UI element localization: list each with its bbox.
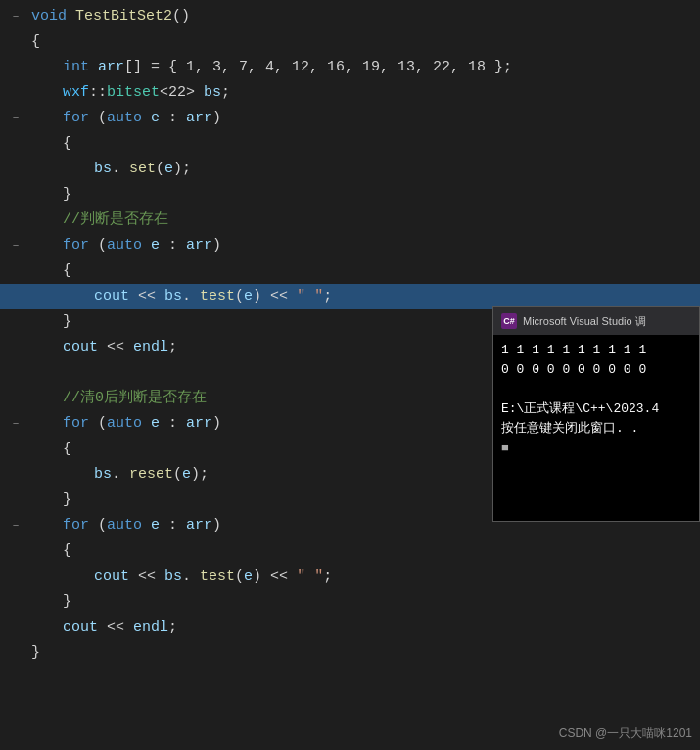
- code-line: {: [0, 539, 700, 564]
- code-line: −void TestBitSet2(): [0, 4, 700, 29]
- line-gutter: −: [0, 113, 31, 124]
- line-content: bs. set(e);: [31, 157, 700, 182]
- line-content: {: [31, 131, 700, 157]
- line-gutter: −: [0, 240, 31, 252]
- editor-container: −void TestBitSet2(){int arr[] = { 1, 3, …: [0, 0, 700, 750]
- code-line: }: [0, 182, 700, 208]
- terminal-output-line: [501, 380, 691, 399]
- code-line: {: [0, 131, 700, 157]
- code-line: {: [0, 29, 700, 55]
- line-content: {: [31, 539, 700, 564]
- code-line: cout << endl;: [0, 615, 700, 640]
- line-gutter: −: [0, 11, 31, 23]
- line-content: int arr[] = { 1, 3, 7, 4, 12, 16, 19, 13…: [31, 55, 700, 80]
- line-gutter: −: [0, 520, 31, 532]
- vs-icon: C#: [501, 313, 517, 329]
- line-content: for (auto e : arr): [31, 233, 700, 258]
- code-line: bs. set(e);: [0, 157, 700, 182]
- code-line: int arr[] = { 1, 3, 7, 4, 12, 16, 19, 13…: [0, 55, 700, 80]
- line-content: }: [31, 640, 700, 666]
- code-line: }: [0, 640, 700, 666]
- line-content: {: [31, 258, 700, 284]
- watermark: CSDN @一只大喵咪1201: [559, 726, 692, 742]
- line-content: cout << bs. test(e) << " ";: [31, 564, 700, 589]
- terminal-output-line: E:\正式课程\C++\2023.4: [501, 399, 691, 419]
- terminal-content: 1 1 1 1 1 1 1 1 1 10 0 0 0 0 0 0 0 0 0 E…: [493, 335, 699, 464]
- terminal-output-line: 按任意键关闭此窗口. .: [501, 419, 691, 439]
- code-line: }: [0, 589, 700, 615]
- terminal-output-line: 1 1 1 1 1 1 1 1 1 1: [501, 341, 691, 360]
- line-content: void TestBitSet2(): [31, 4, 700, 29]
- terminal-cursor: ■: [501, 439, 691, 458]
- code-line: −for (auto e : arr): [0, 106, 700, 131]
- code-line: wxf::bitset<22> bs;: [0, 80, 700, 106]
- line-content: }: [31, 589, 700, 615]
- line-content: }: [31, 182, 700, 208]
- line-content: //判断是否存在: [31, 208, 700, 233]
- terminal-title: Microsoft Visual Studio 调: [523, 314, 646, 329]
- line-content: cout << endl;: [31, 615, 700, 640]
- line-gutter: −: [0, 418, 31, 430]
- line-content: {: [31, 29, 700, 55]
- code-line: //判断是否存在: [0, 208, 700, 233]
- terminal-output-line: 0 0 0 0 0 0 0 0 0 0: [501, 360, 691, 380]
- line-content: wxf::bitset<22> bs;: [31, 80, 700, 106]
- code-line: −for (auto e : arr): [0, 233, 700, 258]
- terminal-window: C# Microsoft Visual Studio 调 1 1 1 1 1 1…: [492, 306, 700, 522]
- line-content: for (auto e : arr): [31, 106, 700, 131]
- code-line: cout << bs. test(e) << " ";: [0, 564, 700, 589]
- code-line: {: [0, 258, 700, 284]
- terminal-titlebar: C# Microsoft Visual Studio 调: [493, 307, 699, 335]
